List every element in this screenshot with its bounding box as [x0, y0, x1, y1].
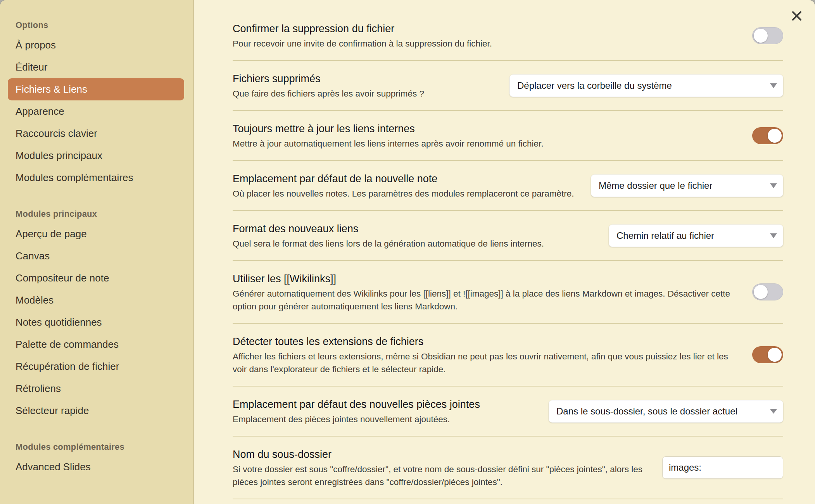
setting-info: Nom du sous-dossier Si votre dossier est…	[233, 447, 647, 488]
setting-control: Chemin relatif au fichier	[609, 224, 783, 247]
subfolder-name-input[interactable]	[662, 456, 783, 479]
setting-title: Utiliser les [[Wikilinks]]	[233, 271, 737, 287]
sidebar-item-notes-quotidiennes[interactable]: Notes quotidiennes	[8, 311, 184, 333]
setting-title: Emplacement par défaut de la nouvelle no…	[233, 171, 575, 186]
confirm-file-deletion-toggle[interactable]	[752, 27, 783, 44]
sidebar-item-modules-complementaires[interactable]: Modules complémentaires	[8, 167, 184, 189]
setting-description: Quel sera le format des liens lors de la…	[233, 237, 593, 250]
sidebar-heading-community-plugins: Modules complémentaires	[16, 442, 184, 452]
settings-sidebar: Options À propos Éditeur Fichiers & Lien…	[0, 0, 194, 504]
setting-description: Emplacement des pièces jointes nouvellem…	[233, 413, 533, 426]
setting-row-default-note-location: Emplacement par défaut de la nouvelle no…	[233, 161, 783, 211]
sidebar-item-apercu-de-page[interactable]: Aperçu de page	[8, 223, 184, 245]
setting-description: Pour recevoir une invite de confirmation…	[233, 37, 737, 50]
sidebar-item-compositeur-de-note[interactable]: Compositeur de note	[8, 267, 184, 289]
setting-row-default-attachment-location: Emplacement par défaut des nouvelles piè…	[233, 387, 783, 437]
sidebar-item-raccourcis-clavier[interactable]: Raccourcis clavier	[8, 123, 184, 145]
setting-info: Emplacement par défaut de la nouvelle no…	[233, 171, 575, 200]
setting-title: Toujours mettre à jour les liens interne…	[233, 121, 737, 136]
toggle-knob	[768, 129, 782, 143]
setting-title: Fichiers supprimés	[233, 71, 494, 86]
sidebar-section-community-plugins: Modules complémentaires Advanced Slides	[8, 442, 184, 478]
dropdown-selected-value: Chemin relatif au fichier	[616, 230, 714, 241]
setting-description: Que faire des fichiers après les avoir s…	[233, 87, 494, 100]
setting-control	[662, 456, 783, 479]
sidebar-item-palette-de-commandes[interactable]: Palette de commandes	[8, 333, 184, 356]
sidebar-item-modules-principaux[interactable]: Modules principaux	[8, 145, 184, 167]
setting-info: Détecter toutes les extensions de fichie…	[233, 334, 737, 376]
dropdown-arrow-icon	[770, 83, 777, 88]
setting-row-deleted-files: Fichiers supprimés Que faire des fichier…	[233, 61, 783, 111]
close-button[interactable]	[788, 7, 806, 25]
setting-description: Générer automatiquement des Wikilinks po…	[233, 287, 737, 313]
setting-control	[752, 346, 783, 363]
sidebar-item-recuperation-de-fichier[interactable]: Récupération de fichier	[8, 356, 184, 378]
setting-title: Confirmer la suppression du fichier	[233, 21, 737, 36]
setting-row-new-link-format: Format des nouveaux liens Quel sera le f…	[233, 211, 783, 261]
setting-title: Format des nouveaux liens	[233, 221, 593, 236]
sidebar-item-selecteur-rapide[interactable]: Sélecteur rapide	[8, 400, 184, 422]
setting-control	[752, 283, 783, 300]
always-update-links-toggle[interactable]	[752, 127, 783, 144]
setting-control	[752, 27, 783, 44]
sidebar-item-editeur[interactable]: Éditeur	[8, 56, 184, 78]
dropdown-arrow-icon	[770, 183, 777, 188]
setting-row-subfolder-name: Nom du sous-dossier Si votre dossier est…	[233, 437, 783, 499]
setting-control: Déplacer vers la corbeille du système	[509, 74, 783, 97]
use-wikilinks-toggle[interactable]	[752, 283, 783, 300]
sidebar-heading-core-plugins: Modules principaux	[16, 209, 184, 219]
setting-info: Confirmer la suppression du fichier Pour…	[233, 21, 737, 50]
setting-control: Même dossier que le fichier	[591, 174, 783, 197]
toggle-knob	[768, 348, 782, 362]
setting-description: Où placer les nouvelles notes. Les param…	[233, 187, 575, 200]
sidebar-item-canvas[interactable]: Canvas	[8, 245, 184, 267]
default-attachment-location-dropdown[interactable]: Dans le sous-dossier, sous le dossier ac…	[549, 400, 783, 423]
settings-modal: Options À propos Éditeur Fichiers & Lien…	[0, 0, 815, 504]
sidebar-item-fichiers-liens[interactable]: Fichiers & Liens	[8, 78, 184, 100]
setting-control: Dans le sous-dossier, sous le dossier ac…	[549, 400, 783, 423]
sidebar-item-retroliens[interactable]: Rétroliens	[8, 378, 184, 400]
setting-row-detect-all-extensions: Détecter toutes les extensions de fichie…	[233, 324, 783, 387]
setting-title: Nom du sous-dossier	[233, 447, 647, 462]
sidebar-section-core-plugins: Modules principaux Aperçu de page Canvas…	[8, 209, 184, 422]
close-icon	[790, 9, 803, 22]
setting-info: Format des nouveaux liens Quel sera le f…	[233, 221, 593, 250]
setting-info: Fichiers supprimés Que faire des fichier…	[233, 71, 494, 100]
setting-info: Utiliser les [[Wikilinks]] Générer autom…	[233, 271, 737, 313]
dropdown-selected-value: Dans le sous-dossier, sous le dossier ac…	[556, 406, 737, 417]
setting-title: Emplacement par défaut des nouvelles piè…	[233, 397, 533, 412]
sidebar-item-a-propos[interactable]: À propos	[8, 34, 184, 56]
setting-row-always-update-links: Toujours mettre à jour les liens interne…	[233, 111, 783, 161]
deleted-files-dropdown[interactable]: Déplacer vers la corbeille du système	[509, 74, 783, 97]
toggle-knob	[754, 29, 768, 43]
dropdown-selected-value: Déplacer vers la corbeille du système	[517, 80, 672, 91]
dropdown-arrow-icon	[770, 233, 777, 238]
setting-description: Si votre dossier est sous "coffre/dossie…	[233, 463, 647, 488]
settings-content: Confirmer la suppression du fichier Pour…	[194, 0, 815, 504]
sidebar-heading-options: Options	[16, 20, 184, 30]
setting-row-use-wikilinks: Utiliser les [[Wikilinks]] Générer autom…	[233, 261, 783, 324]
default-note-location-dropdown[interactable]: Même dossier que le fichier	[591, 174, 783, 197]
detect-all-extensions-toggle[interactable]	[752, 346, 783, 363]
setting-description: Mettre à jour automatiquement les liens …	[233, 137, 737, 150]
setting-info: Toujours mettre à jour les liens interne…	[233, 121, 737, 150]
sidebar-item-advanced-slides[interactable]: Advanced Slides	[8, 456, 184, 478]
setting-info: Emplacement par défaut des nouvelles piè…	[233, 397, 533, 426]
dropdown-selected-value: Même dossier que le fichier	[599, 180, 712, 191]
sidebar-section-options: Options À propos Éditeur Fichiers & Lien…	[8, 20, 184, 189]
sidebar-item-modeles[interactable]: Modèles	[8, 289, 184, 311]
setting-control	[752, 127, 783, 144]
new-link-format-dropdown[interactable]: Chemin relatif au fichier	[609, 224, 783, 247]
dropdown-arrow-icon	[770, 409, 777, 414]
setting-title: Détecter toutes les extensions de fichie…	[233, 334, 737, 349]
sidebar-item-apparence[interactable]: Apparence	[8, 100, 184, 123]
setting-description: Afficher les fichiers et leurs extension…	[233, 350, 737, 376]
setting-row-confirm-file-deletion: Confirmer la suppression du fichier Pour…	[233, 4, 783, 61]
toggle-knob	[754, 285, 768, 299]
